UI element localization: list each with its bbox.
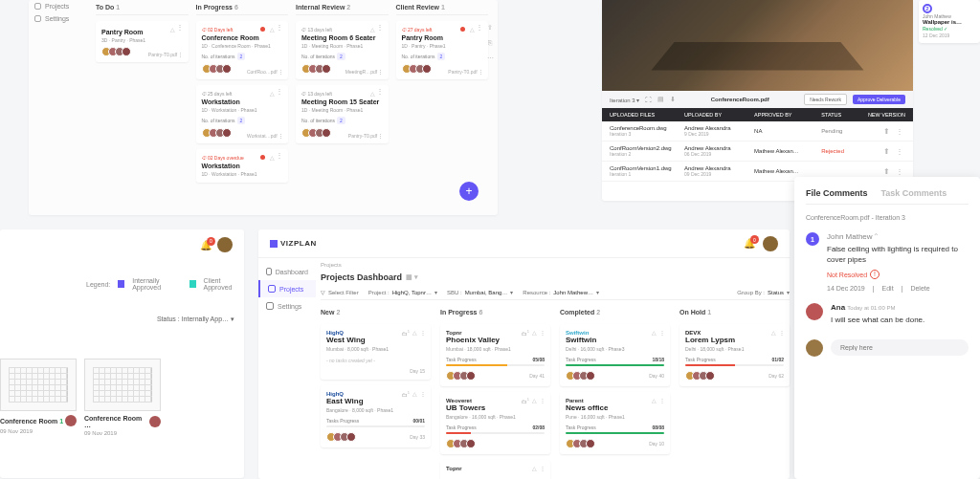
bell-icon[interactable]: △ [532,329,537,337]
bell-icon[interactable]: △ [370,90,375,97]
view-icon[interactable]: ▤ [657,96,664,103]
collapse-icon[interactable]: ⌃ [873,232,880,241]
avatar[interactable] [217,237,233,252]
folder-icon[interactable]: 🗀1 [402,329,410,337]
folder-icon[interactable]: 🗀1 [402,390,410,398]
status-filter[interactable]: Status : Internally App… ▾ [157,316,234,323]
bell-icon[interactable]: △ [412,329,417,337]
expand-icon[interactable]: ⛶ [645,97,652,103]
attach-icon[interactable]: ⎘ [485,39,495,49]
sidebar-item-dashboard[interactable]: Dashboard [258,263,316,280]
more-icon[interactable]: ⋮ [376,90,384,94]
breadcrumb[interactable]: Projects [321,260,790,270]
folder-icon[interactable]: 🗀1 [522,329,529,337]
sbu-filter[interactable]: SBU : Mumbai, Bang… ▾ [447,289,513,295]
kanban-card[interactable]: △ ⋮ Pantry Room 3D · Pantry · Phase1 Pan… [96,21,189,62]
upload-icon[interactable]: ⬆ [883,147,892,156]
bell-icon[interactable]: △ [270,90,275,97]
status-card[interactable]: 2 John Mathew Wallpaper is… Resolved ✓ 1… [919,0,980,43]
bell-icon[interactable]: △ [652,397,657,403]
file-chip[interactable]: Pantry-T0.pdf ⋮ [448,69,483,75]
file-row[interactable]: ConferenceRoom.dwgIteration 3 Andrew Ale… [602,121,913,142]
sidebar-item-projects[interactable]: Projects [29,0,77,12]
avatar[interactable] [763,236,778,251]
bell-icon[interactable]: △ [652,329,657,336]
project-card[interactable]: 🗀1△⋮ HighQ East Wing Bangalore · 8,000 s… [321,385,431,447]
bell-icon[interactable]: △ [270,154,275,161]
folder-icon[interactable]: 🗀1 [522,397,529,404]
avatars [446,371,473,381]
file-chip[interactable]: Pantry-T0.pdf ⋮ [148,52,184,57]
project-card[interactable]: △⋮ Parent News office Pune · 16,000 sqft… [560,392,670,454]
more-icon[interactable]: ⋮ [276,90,283,94]
project-card[interactable]: △⋮ DEVX Lorem Lypsm Delhi · 18,000 sqft … [679,324,790,386]
kanban-card[interactable]: △ ⋮ ⏱ 25 days left Workstation 1D · Work… [196,85,289,143]
more-icon[interactable]: ⋮ [659,397,665,403]
more-icon[interactable]: ⋮ [176,26,184,30]
sidebar-item-settings[interactable]: Settings [258,297,316,315]
file-chip[interactable]: Pantry-T0.pdf ⋮ [348,133,384,139]
more-icon[interactable]: ⋮ [476,26,483,30]
file-chip[interactable]: ConfRoo…pdf ⋮ [247,69,283,75]
more-icon[interactable]: ⋮ [420,390,426,398]
kanban-card[interactable]: △ ⋮ ⏱ 27 days left Pantry Room 1D · Pant… [396,21,489,79]
kanban-card[interactable]: △ ⋮ ⏱ 13 days left Meeting Room 6 Seater… [296,21,389,79]
kanban-card[interactable]: △ ⋮ ⏱ 02 Days overdue Workstation 1D · W… [196,149,289,183]
floorplan-thumbnail[interactable]: Conference Room 1 09 Nov 2019 [0,359,77,436]
project-card[interactable]: △⋮ Swiftwin Swiftwin Delhi · 16,000 sqft… [560,324,670,386]
bell-icon[interactable]: △ [771,329,776,336]
more-icon[interactable]: ⋮ [659,329,665,336]
progress-label: Task Progress05/08 [446,357,545,362]
bell-icon[interactable]: △ [470,26,475,33]
more-icon[interactable]: ⋮ [896,167,905,176]
more-icon[interactable]: ⋮ [376,26,384,30]
kanban-card[interactable]: △ ⋮ ⏱ 13 days left Meeting Room 15 Seate… [296,85,389,143]
resource-filter[interactable]: Resource : John Mathew… ▾ [523,289,599,295]
download-icon[interactable]: ⬇ [670,96,676,103]
project-card[interactable]: 🗀1△⋮ HighQ West Wing Mumbai · 8,000 sqft… [321,324,431,380]
bell-icon[interactable]: △ [532,465,537,471]
bell-icon[interactable]: 🔔0 [200,240,212,250]
more-icon[interactable]: ⋮ [779,329,785,336]
approve-deliverable-button[interactable]: Approve Deliverable [853,95,905,104]
task-comments-tab[interactable]: Task Comments [881,188,947,198]
more-icon[interactable]: ⋮ [896,147,905,156]
more-icon[interactable]: ⋮ [276,26,283,30]
delete-link[interactable]: Delete [910,285,929,292]
file-comments-tab[interactable]: File Comments [806,188,868,198]
more-icon[interactable]: ⋮ [540,329,546,337]
group-by-filter[interactable]: Group By : Status ▾ [737,289,790,295]
more-icon[interactable]: ⋮ [896,127,905,136]
more-icon[interactable]: ⋮ [276,154,283,158]
sidebar-item-settings[interactable]: Settings [29,12,77,25]
file-row[interactable]: ConfRoomVersion2.dwgIteration 2 Andrew A… [602,142,913,162]
upload-icon[interactable]: ⬆ [883,127,892,136]
floorplan-thumbnail[interactable]: Conference Room … 09 Nov 2019 [84,359,161,436]
more-icon[interactable]: ⋮ [420,329,426,337]
sidebar-item-projects[interactable]: Projects [258,280,316,297]
bell-icon[interactable]: △ [170,26,175,33]
project-card[interactable]: 🗀1△⋮ Weoveret UB Towers Bangalore · 16,0… [440,392,550,454]
bell-icon[interactable]: △ [412,390,417,398]
bell-icon[interactable]: △ [370,26,375,33]
file-chip[interactable]: Workstat…pdf ⋮ [247,133,283,139]
file-chip[interactable]: MeetingR…pdf ⋮ [345,69,384,75]
upload-icon[interactable]: ⬆ [883,167,892,176]
select-filter-button[interactable]: ▽ Select Filter [321,289,359,295]
bell-icon[interactable]: 🔔0 [744,238,755,249]
needs-rework-button[interactable]: Needs Rework [804,94,847,105]
more-icon[interactable]: ⋯ [485,54,495,64]
more-icon[interactable]: ⋮ [540,397,546,404]
kanban-card[interactable]: △ ⋮ ⏱ 02 Days left Conference Room 1D · … [196,21,289,79]
bell-icon[interactable]: △ [532,397,537,404]
more-icon[interactable]: ⋮ [540,465,546,471]
iteration-selector[interactable]: Iteration 3 ▾ [610,97,639,103]
add-task-fab[interactable]: + [459,182,479,201]
project-card[interactable]: 🗀1△⋮ Topnr Phoenix Valley Mumbai · 18,00… [440,324,550,386]
bell-icon[interactable]: △ [270,26,275,33]
share-icon[interactable]: ⇪ [485,24,495,33]
edit-link[interactable]: Edit [882,285,894,292]
reply-input[interactable] [831,339,969,356]
project-filter[interactable]: Project : HighQ, Topnr… ▾ [368,289,437,295]
project-card[interactable]: △⋮ Topnr [440,460,550,479]
